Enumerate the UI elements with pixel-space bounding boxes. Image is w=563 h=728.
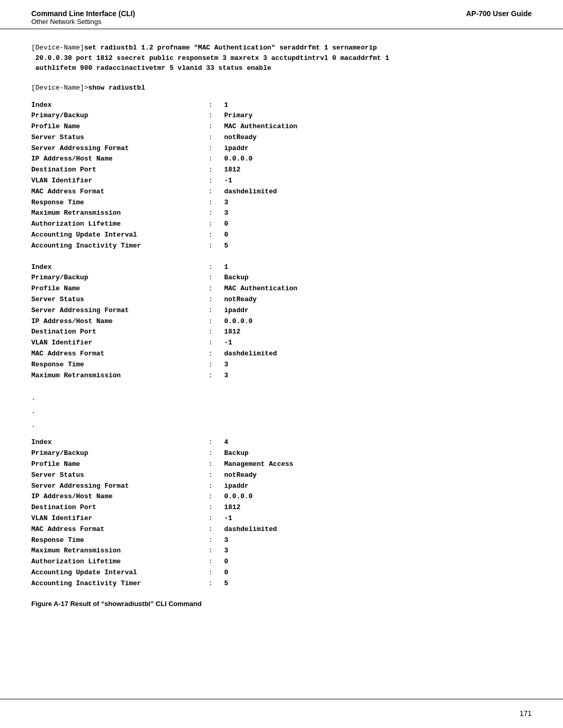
row-sep: : (209, 448, 224, 459)
table-row: Authorization Lifetime : 0 (31, 219, 532, 230)
row-label: Primary/Backup (31, 110, 209, 121)
table-row: Destination Port : 1812 (31, 502, 532, 513)
row-sep: : (209, 230, 224, 241)
table-row: Server Status : notReady (31, 132, 532, 143)
footer-divider (0, 699, 563, 699)
table-row: Index : 4 (31, 437, 532, 448)
row-sep: : (209, 327, 224, 338)
table2: Index : 1 Primary/Backup : Backup Profil… (31, 262, 532, 381)
row-sep: : (209, 316, 224, 327)
page: Command Line Interface (CLI) Other Netwo… (0, 0, 563, 728)
table-row: Primary/Backup : Backup (31, 273, 532, 283)
row-value: 1 (224, 100, 228, 111)
row-sep: : (209, 154, 224, 165)
row-value: 0 (224, 230, 228, 241)
row-value: 3 (224, 535, 228, 546)
table-row: Destination Port : 1812 (31, 327, 532, 338)
row-sep: : (209, 567, 224, 578)
row-value: 3 (224, 198, 228, 208)
row-label: Server Status (31, 294, 209, 305)
table-row: Server Status : notReady (31, 470, 532, 481)
row-sep: : (209, 524, 224, 535)
row-label: Index (31, 437, 209, 448)
row-value: MAC Authentication (224, 283, 297, 294)
table-row: VLAN Identifier : -1 (31, 338, 532, 349)
show-command-text: show radiustbl (88, 84, 145, 92)
row-label: Response Time (31, 535, 209, 546)
table-row: Primary/Backup : Primary (31, 110, 532, 121)
table-row: Accounting Inactivity Timer : 5 (31, 578, 532, 589)
table-row: Maximum Retransmission : 3 (31, 371, 532, 381)
table-row: Server Status : notReady (31, 294, 532, 305)
row-sep: : (209, 110, 224, 121)
row-value: 0 (224, 557, 228, 567)
row-sep: : (209, 121, 224, 132)
header-title: Command Line Interface (CLI) (31, 9, 135, 18)
table-row: Accounting Update Interval : 0 (31, 230, 532, 241)
row-value: 1812 (224, 502, 240, 513)
row-value: 3 (224, 546, 228, 557)
table-row: IP Address/Host Name : 0.0.0.0 (31, 154, 532, 165)
table-row: IP Address/Host Name : 0.0.0.0 (31, 491, 532, 502)
row-label: MAC Address Format (31, 349, 209, 360)
row-sep: : (209, 481, 224, 492)
row-sep: : (209, 437, 224, 448)
table-row: Profile Name : MAC Authentication (31, 121, 532, 132)
row-label: Destination Port (31, 165, 209, 176)
row-value: 3 (224, 360, 228, 371)
row-sep: : (209, 294, 224, 305)
set-command-block: [Device-Name]set radiustbl 1.2 profname … (31, 43, 532, 73)
row-value: 0 (224, 219, 228, 230)
table-row: Profile Name : MAC Authentication (31, 283, 532, 294)
row-sep: : (209, 470, 224, 481)
row-value: ipaddr (224, 305, 249, 316)
row-sep: : (209, 491, 224, 502)
row-sep: : (209, 546, 224, 557)
row-label: Profile Name (31, 121, 209, 132)
set-command-prompt: [Device-Name] (31, 44, 84, 52)
row-value: notReady (224, 470, 256, 481)
header-guide: AP-700 User Guide (466, 9, 532, 18)
row-label: Profile Name (31, 459, 209, 470)
row-sep: : (209, 208, 224, 219)
row-label: Response Time (31, 198, 209, 208)
table3: Index : 4 Primary/Backup : Backup Profil… (31, 437, 532, 589)
row-value: -1 (224, 176, 232, 187)
row-sep: : (209, 262, 224, 273)
show-command-block: [Device-Name]>show radiustbl (31, 84, 532, 92)
table-row: Index : 1 (31, 100, 532, 111)
row-value: 3 (224, 371, 228, 381)
row-label: IP Address/Host Name (31, 154, 209, 165)
row-label: Server Status (31, 132, 209, 143)
row-label: Response Time (31, 360, 209, 371)
row-value: Backup (224, 273, 249, 283)
dot1: . (31, 391, 532, 405)
row-value: notReady (224, 294, 256, 305)
table-row: Accounting Inactivity Timer : 5 (31, 241, 532, 252)
show-command-prompt: [Device-Name]> (31, 84, 88, 92)
row-label: Server Addressing Format (31, 305, 209, 316)
table-row: Profile Name : Management Access (31, 459, 532, 470)
row-value: 0.0.0.0 (224, 154, 253, 165)
row-label: Maximum Retransmission (31, 546, 209, 557)
row-sep: : (209, 241, 224, 252)
row-label: MAC Address Format (31, 187, 209, 198)
row-label: Server Addressing Format (31, 143, 209, 154)
table-row: Maximum Retransmission : 3 (31, 208, 532, 219)
row-value: 1812 (224, 165, 240, 176)
row-sep: : (209, 371, 224, 381)
row-value: 4 (224, 437, 228, 448)
table-row: MAC Address Format : dashdelimited (31, 187, 532, 198)
table-row: Response Time : 3 (31, 535, 532, 546)
row-sep: : (209, 198, 224, 208)
row-label: Index (31, 100, 209, 111)
table-row: MAC Address Format : dashdelimited (31, 349, 532, 360)
row-label: Primary/Backup (31, 448, 209, 459)
row-sep: : (209, 176, 224, 187)
table-row: Server Addressing Format : ipaddr (31, 305, 532, 316)
row-label: VLAN Identifier (31, 513, 209, 524)
row-sep: : (209, 535, 224, 546)
row-label: Destination Port (31, 502, 209, 513)
table-row: Response Time : 3 (31, 198, 532, 208)
table-row: Accounting Update Interval : 0 (31, 567, 532, 578)
